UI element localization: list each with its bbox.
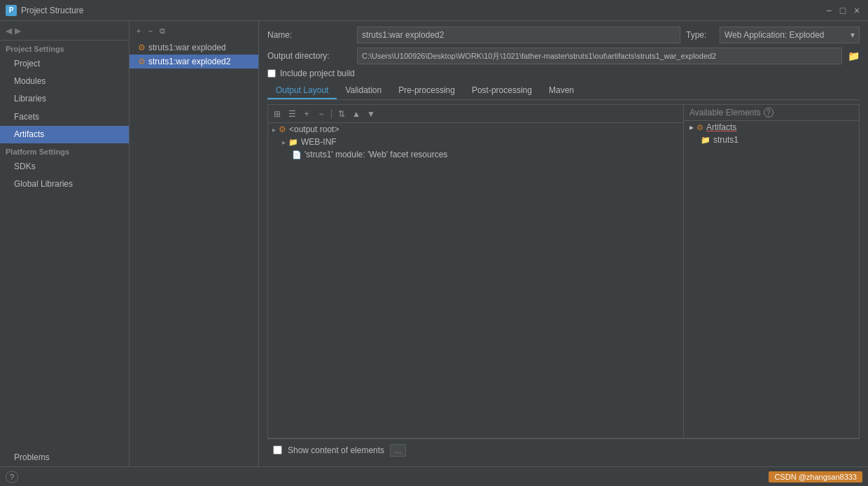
footer-left: ? (6, 471, 18, 483)
sidebar: ◀ ▶ Project Settings Project Modules Lib… (0, 21, 130, 466)
main-content: ◀ ▶ Project Settings Project Modules Lib… (0, 21, 868, 466)
artifact-toolbar: + − ⧉ (130, 21, 258, 41)
tree-right: Available Elements ? ▸ ⚙ Artifacts 📁 str… (684, 105, 859, 438)
artifact-item-1[interactable]: ⚙ struts1:war exploded (130, 41, 258, 55)
sidebar-item-global-libraries[interactable]: Global Libraries (0, 176, 129, 193)
file-icon-struts1: 📄 (292, 150, 302, 159)
type-dropdown-icon: ▾ (850, 30, 855, 40)
name-row: Name: Type: Web Application: Exploded ▾ (267, 27, 860, 43)
sidebar-item-sdks[interactable]: SDKs (0, 158, 129, 176)
back-arrow[interactable]: ◀ (6, 26, 12, 36)
dots-button[interactable]: ... (390, 444, 406, 457)
tabs-bar: Output Layout Validation Pre-processing … (267, 83, 860, 100)
type-select-value: Web Application: Exploded (724, 30, 825, 40)
window-controls: − □ × (823, 5, 862, 16)
remove-artifact-button[interactable]: − (146, 26, 155, 36)
tree-remove-btn[interactable]: − (315, 108, 328, 120)
tab-pre-processing[interactable]: Pre-processing (390, 83, 463, 99)
artifacts-label: Artifacts (706, 122, 736, 132)
csdn-badge: CSDN @zhangsan8333 (769, 471, 862, 483)
artifacts-icon: ⚙ (696, 123, 704, 132)
include-project-build-row: Include project build (267, 69, 860, 78)
sidebar-item-modules[interactable]: Modules (0, 73, 129, 90)
tree-sort-btn[interactable]: ⇅ (335, 108, 348, 120)
sidebar-item-project[interactable]: Project (0, 55, 129, 73)
settings-icon-output-root: ⚙ (279, 124, 286, 134)
available-elements-label: Available Elements (690, 108, 761, 117)
name-label: Name: (267, 30, 351, 40)
chevron-output-root: ▸ (272, 126, 276, 134)
tree-add-btn[interactable]: + (300, 108, 313, 120)
include-project-build-checkbox[interactable] (267, 69, 276, 78)
type-select[interactable]: Web Application: Exploded ▾ (720, 27, 860, 43)
tree-left-toolbar: ⊞ ☰ + − ⇅ ▲ ▼ (268, 105, 683, 123)
tree-area: ⊞ ☰ + − ⇅ ▲ ▼ ▸ ⚙ <output root> (267, 104, 860, 438)
output-dir-input[interactable] (357, 48, 842, 64)
tree-down-btn[interactable]: ▼ (365, 108, 377, 120)
sidebar-item-libraries[interactable]: Libraries (0, 90, 129, 108)
right-tree-item-artifacts[interactable]: ▸ ⚙ Artifacts (684, 121, 859, 134)
app-icon: P (6, 5, 17, 16)
add-artifact-button[interactable]: + (134, 26, 144, 36)
footer: ? CSDN @zhangsan8333 (0, 466, 868, 486)
tree-list-btn[interactable]: ☰ (286, 108, 298, 120)
artifact-list: + − ⧉ ⚙ struts1:war exploded ⚙ struts1:w… (130, 21, 259, 466)
project-settings-label: Project Settings (0, 41, 129, 55)
output-dir-label: Output directory: (267, 51, 351, 61)
available-elements-help[interactable]: ? (764, 108, 774, 117)
tree-left: ⊞ ☰ + − ⇅ ▲ ▼ ▸ ⚙ <output root> (268, 105, 684, 438)
tab-post-processing[interactable]: Post-processing (463, 83, 540, 99)
middle-section: + − ⧉ ⚙ struts1:war exploded ⚙ struts1:w… (130, 21, 868, 466)
tree-layout-btn[interactable]: ⊞ (271, 108, 284, 120)
tree-item-web-inf[interactable]: ▸ 📁 WEB-INF (268, 136, 683, 148)
include-project-build-label: Include project build (280, 69, 355, 78)
sidebar-item-artifacts[interactable]: Artifacts (0, 126, 129, 143)
close-button[interactable]: × (851, 5, 862, 16)
folder-icon-web-inf: 📁 (288, 138, 298, 147)
tab-maven[interactable]: Maven (540, 83, 582, 99)
minimize-button[interactable]: − (823, 5, 834, 16)
artifact-icon-2: ⚙ (138, 57, 146, 66)
forward-arrow[interactable]: ▶ (15, 26, 21, 36)
folder-icon-struts1: 📁 (701, 136, 710, 145)
right-tree-item-struts1[interactable]: 📁 struts1 (684, 134, 859, 146)
tab-output-layout[interactable]: Output Layout (267, 83, 337, 99)
available-elements-header: Available Elements ? (684, 105, 859, 121)
type-label: Type: (686, 30, 714, 40)
show-content-label: Show content of elements (288, 445, 384, 455)
maximize-button[interactable]: □ (837, 5, 848, 16)
title-bar: P Project Structure − □ × (0, 0, 868, 21)
chevron-right-artifacts: ▸ (690, 122, 694, 132)
sidebar-item-facets[interactable]: Facets (0, 108, 129, 126)
artifact-item-2[interactable]: ⚙ struts1:war exploded2 (130, 55, 258, 69)
tree-item-output-root[interactable]: ▸ ⚙ <output root> (268, 123, 683, 136)
sidebar-item-problems[interactable]: Problems (0, 449, 129, 466)
copy-artifact-button[interactable]: ⧉ (158, 26, 167, 36)
chevron-web-inf: ▸ (282, 138, 286, 146)
output-dir-row: Output directory: 📁 (267, 48, 860, 64)
show-content-checkbox[interactable] (273, 445, 282, 455)
tab-validation[interactable]: Validation (337, 83, 390, 99)
browse-button[interactable]: 📁 (848, 50, 860, 62)
bottom-bar: Show content of elements ... (267, 438, 860, 461)
window-title: Project Structure (21, 6, 823, 15)
artifact-icon-1: ⚙ (138, 43, 146, 52)
help-button[interactable]: ? (6, 471, 18, 483)
sidebar-nav-bar: ◀ ▶ (0, 21, 129, 41)
tree-up-btn[interactable]: ▲ (350, 108, 363, 120)
name-input[interactable] (357, 27, 680, 43)
tree-item-struts1-web[interactable]: 📄 'struts1' module: 'Web' facet resource… (268, 148, 683, 161)
config-panel: Name: Type: Web Application: Exploded ▾ … (259, 21, 868, 466)
platform-settings-label: Platform Settings (0, 143, 129, 158)
